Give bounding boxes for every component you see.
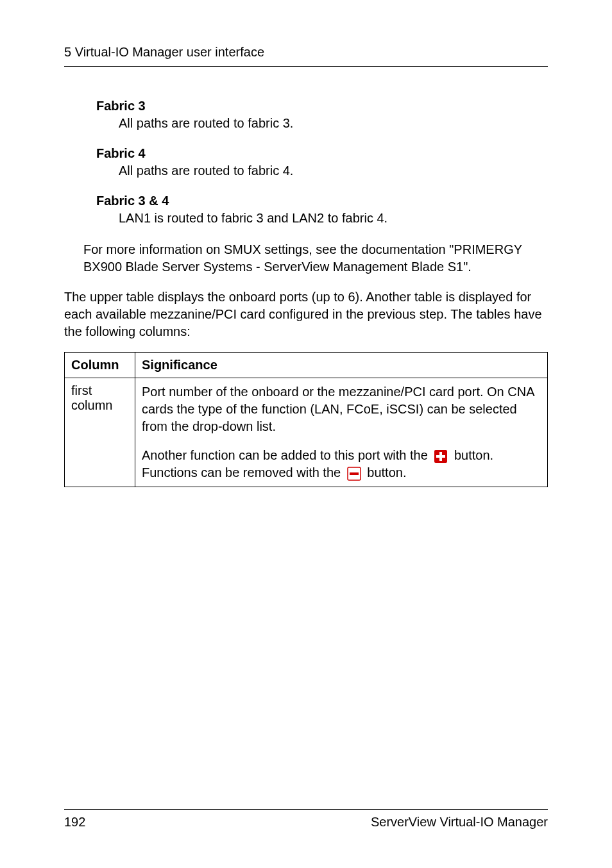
fabric34-body: LAN1 is routed to fabric 3 and LAN2 to f…	[119, 211, 548, 226]
svg-rect-4	[350, 472, 359, 475]
table-header-row: Column Significance	[65, 353, 548, 378]
fabric4-section: Fabric 4 All paths are routed to fabric …	[96, 146, 548, 178]
minus-icon	[347, 467, 361, 481]
table-row: first column Port number of the onboard …	[65, 378, 548, 487]
upper-table-intro: The upper table displays the onboard por…	[64, 288, 548, 340]
fabric34-section: Fabric 3 & 4 LAN1 is routed to fabric 3 …	[96, 194, 548, 226]
product-name: ServerView Virtual-IO Manager	[371, 815, 548, 830]
row1-col1: first column	[65, 378, 135, 487]
row1-col2-p2a: Another function can be added to this po…	[142, 448, 431, 462]
col1-header: Column	[65, 353, 135, 378]
col2-header: Significance	[135, 353, 548, 378]
row1-col2-p2c: button.	[364, 465, 407, 480]
page-number: 192	[64, 815, 85, 830]
header-divider	[64, 66, 548, 67]
header-section-title: 5 Virtual-IO Manager user interface	[64, 45, 548, 60]
footer: 192 ServerView Virtual-IO Manager	[64, 809, 548, 830]
plus-icon	[434, 449, 448, 463]
fabric3-section: Fabric 3 All paths are routed to fabric …	[96, 99, 548, 131]
fabric4-body: All paths are routed to fabric 4.	[119, 163, 548, 178]
fabric3-body: All paths are routed to fabric 3.	[119, 116, 548, 131]
fabric3-title: Fabric 3	[96, 99, 548, 113]
smux-info: For more information on SMUX settings, s…	[83, 241, 548, 276]
row1-col2-p1: Port number of the onboard or the mezzan…	[142, 383, 541, 435]
row1-col2-p2: Another function can be added to this po…	[142, 447, 541, 481]
fabric34-title: Fabric 3 & 4	[96, 194, 548, 208]
svg-rect-2	[436, 455, 445, 458]
row1-col2: Port number of the onboard or the mezzan…	[135, 378, 548, 487]
fabric4-title: Fabric 4	[96, 146, 548, 161]
columns-table: Column Significance first column Port nu…	[64, 352, 548, 487]
